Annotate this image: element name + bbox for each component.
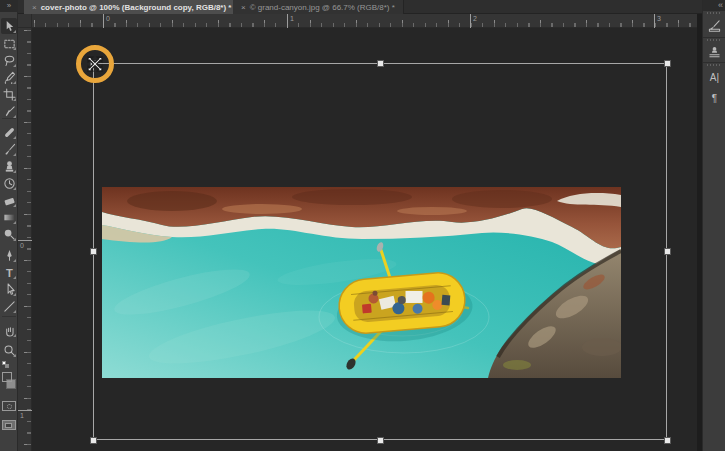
brush-settings-panel-icon[interactable] — [705, 16, 724, 35]
ruler-major-tick — [470, 14, 471, 28]
tool-eyedropper-icon[interactable] — [1, 103, 17, 119]
tool-eraser-icon[interactable] — [1, 192, 17, 208]
default-colors-icon[interactable] — [2, 361, 6, 365]
screen-mode-button[interactable] — [2, 420, 16, 430]
panel-drag-handle[interactable] — [707, 64, 722, 66]
tab-label: © grand-canyon.jpg @ 66.7% (RGB/8*) * — [250, 3, 395, 12]
transform-handle-ml[interactable] — [90, 248, 97, 255]
ruler-major-tick — [654, 14, 655, 28]
foreground-color-swatch[interactable] — [2, 372, 12, 382]
tool-type-icon[interactable]: T — [1, 264, 17, 280]
toolbar-collapse-button[interactable]: » — [0, 0, 18, 12]
transform-handle-mr[interactable] — [664, 248, 671, 255]
tool-zoom-icon[interactable] — [1, 342, 17, 358]
tool-lasso-icon[interactable] — [1, 52, 17, 68]
tool-line-icon[interactable] — [1, 298, 17, 314]
ruler-label: 1 — [20, 412, 24, 419]
tool-path-selection-icon[interactable] — [1, 281, 17, 297]
close-icon[interactable]: × — [241, 3, 246, 12]
screen-mode-icon — [5, 423, 12, 428]
vertical-ruler[interactable]: 01 — [18, 28, 32, 451]
horizontal-ruler[interactable]: 0123 — [32, 14, 697, 28]
tool-rectangular-marquee-icon[interactable] — [1, 35, 17, 51]
tool-dodge-icon[interactable] — [1, 226, 17, 242]
ruler-label: 2 — [473, 15, 477, 22]
transform-handle-bl[interactable] — [90, 437, 97, 444]
tab-label: cover-photo @ 100% (Background copy, RGB… — [41, 3, 232, 12]
ruler-label: 1 — [290, 15, 294, 22]
toolbar-divider — [2, 118, 16, 119]
tool-brush-icon[interactable] — [1, 141, 17, 157]
toolbar-divider — [2, 316, 16, 317]
panel-group-divider — [703, 62, 725, 63]
tool-crop-icon[interactable] — [1, 86, 17, 102]
clone-source-panel-icon[interactable] — [705, 43, 724, 62]
ruler-major-tick — [287, 14, 288, 28]
svg-text:T: T — [6, 266, 13, 278]
ruler-major-tick — [18, 410, 32, 411]
ruler-major-tick — [18, 240, 32, 241]
transform-handle-br[interactable] — [664, 437, 671, 444]
tab-grand-canyon[interactable]: × © grand-canyon.jpg @ 66.7% (RGB/8*) * — [233, 0, 404, 14]
expand-panels-button[interactable]: « — [703, 0, 725, 11]
panel-drag-handle[interactable] — [707, 39, 722, 41]
quick-mask-button[interactable] — [2, 401, 16, 411]
tool-history-brush-icon[interactable] — [1, 175, 17, 191]
tools-panel: » T — [0, 0, 18, 451]
ruler-label: 3 — [657, 15, 661, 22]
tool-pen-icon[interactable] — [1, 247, 17, 263]
document-tab-bar: × cover-photo @ 100% (Background copy, R… — [18, 0, 702, 14]
panel-group-divider — [703, 37, 725, 38]
panel-drag-handle[interactable] — [707, 12, 722, 14]
tab-cover-photo[interactable]: × cover-photo @ 100% (Background copy, R… — [24, 0, 240, 14]
ruler-label: 0 — [20, 242, 24, 249]
transform-handle-tm[interactable] — [377, 60, 384, 67]
quick-mask-icon — [7, 404, 12, 409]
character-panel-icon[interactable]: A| — [705, 68, 724, 87]
panel-dock: « A|¶ — [702, 0, 725, 451]
transform-bounding-box[interactable] — [93, 63, 667, 440]
tool-gradient-icon[interactable] — [1, 209, 17, 225]
tool-clone-stamp-icon[interactable] — [1, 158, 17, 174]
close-icon[interactable]: × — [32, 3, 37, 12]
paragraph-panel-icon[interactable]: ¶ — [705, 89, 724, 108]
ruler-major-tick — [103, 14, 104, 28]
tool-spot-healing-brush-icon[interactable] — [1, 124, 17, 140]
ruler-origin-box[interactable] — [18, 14, 32, 28]
photoshop-window: » T × cover-photo @ 100% (Background cop… — [0, 0, 725, 451]
transform-handle-tr[interactable] — [664, 60, 671, 67]
tool-quick-selection-icon[interactable] — [1, 69, 17, 85]
transform-handle-bm[interactable] — [377, 437, 384, 444]
move-transform-icon[interactable] — [84, 53, 106, 75]
ruler-label: 0 — [106, 15, 110, 22]
tool-move-icon[interactable] — [1, 18, 17, 34]
tool-hand-icon[interactable] — [1, 322, 17, 338]
